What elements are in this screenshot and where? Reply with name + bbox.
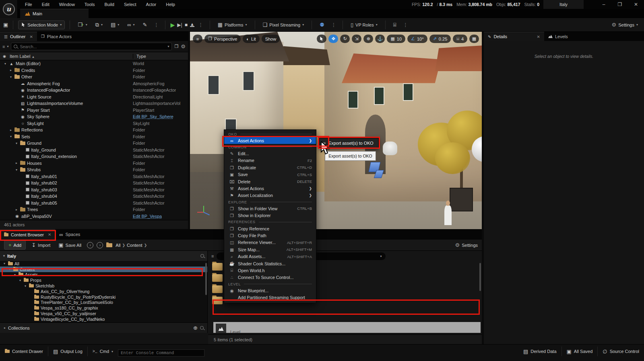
menu-item-show-in-explorer[interactable]: ❐Show in Explorer [224,212,316,219]
select-tool-button[interactable] [317,35,326,43]
breadcrumb-content[interactable]: Content [127,243,142,248]
asset-folder-icon[interactable] [212,274,223,282]
menu-help[interactable]: Help [162,1,179,8]
outliner-row[interactable]: ▸CreditsFolder [0,67,188,74]
folder-tree-row[interactable]: RustyBicycle_CC_by_PiotrPjotDyderski [0,294,207,300]
move-tool-button[interactable]: ✥ [328,35,338,43]
tree-scrollbar[interactable] [205,263,207,295]
asset-folder-icon[interactable] [212,285,223,293]
close-icon[interactable]: ✕ [537,35,540,39]
grid-snap-button[interactable]: ▦10 [387,35,405,43]
collections-bar[interactable]: ▸ Collections ⊕ [0,322,208,333]
edit-blueprint-link[interactable]: Edit BP_Vespa [130,214,162,219]
output-log-button[interactable]: ▤Output Log [48,347,88,356]
close-button[interactable]: ✕ [628,0,644,9]
expanded-arrow-icon[interactable]: ▾ [14,142,19,145]
stop-button[interactable]: ■ [185,22,188,28]
back-arrow-icon[interactable]: ‹ [87,242,93,248]
menu-item-open-world-h[interactable]: ⌸Open World.h [224,267,316,274]
outliner-row[interactable]: ◉InstancedFoliageActorInstancedFoliageAc… [0,87,188,94]
outliner-row[interactable]: ▾▲Main (Editor)World [0,60,188,67]
toolbar-overflow-kebab[interactable]: ⋮ [152,22,160,28]
collapsed-arrow-icon[interactable]: ▸ [14,208,19,211]
visibility-eye-icon[interactable]: ◉ [3,54,6,58]
selection-mode-dropdown[interactable]: Selection Mode▾ [18,21,65,29]
search-input[interactable] [20,44,165,49]
tab-place-actors[interactable]: ❒ Place Actors [37,32,76,41]
minimize-button[interactable]: – [596,0,612,9]
folder-tree-row[interactable]: Vespa_v50_CC_by_yailjinser [0,311,207,316]
derived-data-button[interactable]: ▤Derived Data [518,347,562,356]
outliner-row[interactable]: ▸TreesFolder [0,206,188,213]
maximize-viewport-button[interactable]: ▦ [469,35,479,43]
outliner-row[interactable]: Italy_shrub04StaticMeshActor [0,193,188,200]
menu-edit[interactable]: Edit [38,1,54,8]
folder-tree-row[interactable]: ▾All [0,261,207,267]
add-collection-icon[interactable]: ⊕ [193,325,198,331]
menu-item-asset-localization[interactable]: ⚑Asset Localization❯ [224,192,316,199]
selected-asset-row-main-level[interactable]: Level [213,322,481,333]
play-from-here-button[interactable]: ▶| [177,22,182,28]
outliner-row[interactable]: Italy_Ground_extensionStaticMeshActor [0,153,188,160]
camera-speed-button[interactable]: ⌸4 [453,35,467,43]
column-type[interactable]: Type [133,54,188,59]
menu-item-asset-actions[interactable]: ∞Asset Actions❯ [224,137,316,144]
expanded-arrow-icon[interactable]: ▾ [8,267,12,271]
menu-item-new-blueprint[interactable]: ◉New Blueprint... [224,287,316,294]
tab-levels[interactable]: Levels [544,32,572,41]
content-drawer-button[interactable]: Content Drawer [0,347,48,356]
maximize-button[interactable]: ❐ [612,0,628,9]
console-command-input[interactable] [118,349,204,357]
media-capture-kebab[interactable]: ⋮ [402,22,410,28]
outliner-row[interactable]: ▾OtherFolder [0,74,188,80]
world-local-toggle-button[interactable]: ⊕ [363,35,373,43]
collaboration-people-button[interactable]: ⚉ [317,20,327,29]
outliner-row[interactable]: ▸ReflectionsFolder [0,127,188,133]
outliner-row[interactable]: ▸HousesFolder [0,160,188,167]
content-browser-settings-button[interactable]: ⚙Settings [455,242,478,248]
surface-snap-button[interactable]: ⚓ [375,35,385,43]
menu-item-rename[interactable]: ⌶RenameF2 [224,157,316,164]
folder-tree-row-selected[interactable]: ▾Content [0,267,207,272]
menu-item-edit[interactable]: ✎Edit... [224,150,316,157]
outliner-row[interactable]: ☀Light SourceDirectionalLight [0,94,188,101]
tab-spaces[interactable]: ∞ Spaces [55,229,84,240]
asset-folder-icon[interactable] [212,297,223,304]
outliner-row[interactable]: ⚑Player StartPlayerStart [0,107,188,114]
show-dropdown[interactable]: Show [262,35,280,43]
forward-arrow-icon[interactable]: › [97,242,103,248]
tab-outliner[interactable]: ☰ Outliner✕ [0,32,37,41]
outliner-settings-gear-icon[interactable]: ⚙ [181,43,186,49]
folder-tree-row[interactable]: TreePlanter_CC_by_LordSamueliSolo [0,300,207,306]
collapsed-arrow-icon[interactable]: ▸ [14,161,19,165]
filter-chevron-icon[interactable]: ▾ [7,45,8,48]
outliner-row[interactable]: ◉aBP_Vespa50VEdit BP_Vespa [0,213,188,220]
folder-tree-row[interactable]: VintageBicycle_CC_by_VladNeko [0,316,207,322]
expanded-arrow-icon[interactable]: ▾ [18,279,22,282]
edit-blueprint-link[interactable]: Edit BP_Sky_Sphere [130,114,173,119]
expanded-arrow-icon[interactable]: ▾ [3,62,7,66]
eject-button[interactable]: ▲ [190,23,194,27]
new-folder-icon[interactable]: ❐ [174,44,178,49]
asset-folder-icon[interactable] [212,263,223,271]
outliner-search-box[interactable]: ▾ [11,43,172,50]
menu-item-show-in-folder-view[interactable]: ❐Show in Folder ViewCTRL+B [224,205,316,212]
collapsed-arrow-icon[interactable]: ▸ [9,128,13,132]
close-icon[interactable]: ✕ [48,232,51,237]
outliner-row[interactable]: ▾ShrubsFolder [0,166,188,173]
all-saved-button[interactable]: ▣All Saved [562,347,598,356]
outliner-row[interactable]: Italy_shrub03StaticMeshActor [0,187,188,193]
menu-item-reference-viewer[interactable]: ◫Reference Viewer...ALT+SHIFT+R [224,239,316,246]
menu-item-shader-cook-statistics[interactable]: ☕Shader Cook Statistics... [224,260,316,267]
folder-tree-row[interactable]: ▾Assets [0,272,207,278]
search-icon[interactable] [200,326,204,330]
outliner-row[interactable]: ▾GroundFolder [0,140,188,147]
tab-content-browser[interactable]: Content Browser ✕ [0,229,55,240]
tab-details[interactable]: ✎ Details ✕ [484,32,544,41]
menu-tools[interactable]: Tools [80,1,99,8]
menu-item-copy-file-path[interactable]: ❐Copy File Path [224,232,316,239]
menu-select[interactable]: Select [120,1,140,8]
play-button[interactable]: ▶ [170,22,175,28]
add-actor-dropdown[interactable]: ❒+▾ [75,20,90,29]
menu-window[interactable]: Window [55,1,79,8]
